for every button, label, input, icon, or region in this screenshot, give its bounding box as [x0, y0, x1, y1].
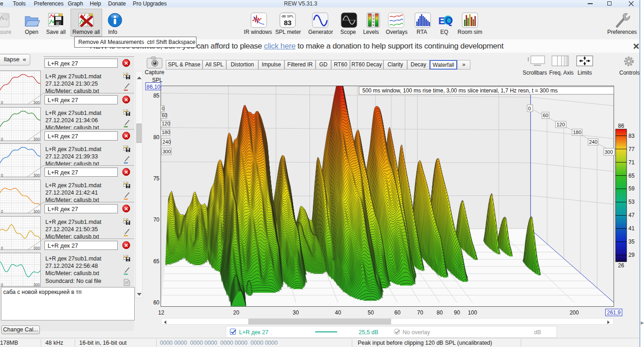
svg-text:0: 0 — [1, 173, 3, 177]
svg-text:70: 70 — [417, 309, 424, 316]
svg-text:86: 86 — [618, 123, 624, 129]
svg-text:85: 85 — [153, 92, 160, 99]
svg-text:240: 240 — [163, 139, 171, 145]
svg-text:100: 100 — [468, 309, 477, 316]
svg-text:dB SPL: dB SPL — [281, 14, 294, 18]
svg-text:60: 60 — [162, 113, 167, 118]
svg-text:0: 0 — [1, 137, 3, 141]
svg-text:120: 120 — [162, 121, 170, 126]
svg-text:240: 240 — [589, 139, 597, 145]
svg-text:300: 300 — [33, 282, 40, 287]
svg-text:Q: Q — [445, 15, 453, 26]
svg-text:65: 65 — [628, 173, 635, 179]
svg-text:0: 0 — [1, 282, 3, 287]
svg-text:47: 47 — [628, 212, 635, 218]
svg-text:120: 120 — [557, 122, 565, 127]
svg-text:12: 12 — [158, 309, 164, 316]
svg-text:500 ms window, 100 ms rise tim: 500 ms window, 100 ms rise time, 3,00 ms… — [362, 87, 558, 94]
svg-text:180: 180 — [573, 130, 581, 135]
svg-text:86,10: 86,10 — [147, 84, 160, 90]
svg-text:29: 29 — [628, 252, 635, 258]
svg-text:200: 200 — [570, 309, 579, 316]
svg-text:0: 0 — [162, 106, 164, 111]
svg-text:26: 26 — [618, 262, 624, 269]
svg-text:50: 50 — [368, 309, 374, 316]
svg-text:83: 83 — [284, 19, 292, 27]
svg-text:SPL: SPL — [152, 77, 163, 83]
svg-text:0: 0 — [1, 246, 3, 250]
svg-text:0: 0 — [1, 209, 3, 213]
svg-text:77: 77 — [628, 146, 635, 152]
svg-text:35: 35 — [628, 239, 635, 245]
svg-text:80: 80 — [153, 134, 160, 141]
svg-text:65: 65 — [153, 258, 160, 265]
svg-text:60: 60 — [153, 299, 160, 306]
svg-text:0: 0 — [1, 100, 3, 104]
svg-text:53: 53 — [628, 199, 635, 205]
svg-text:60: 60 — [394, 309, 401, 316]
svg-text:20: 20 — [233, 309, 240, 316]
svg-text:300: 300 — [605, 149, 613, 155]
svg-text:90: 90 — [454, 309, 460, 316]
svg-text:59: 59 — [628, 185, 635, 192]
svg-text:70: 70 — [153, 217, 160, 223]
svg-text:40: 40 — [335, 309, 341, 316]
svg-text:80: 80 — [437, 309, 443, 316]
svg-text:75: 75 — [153, 175, 160, 182]
svg-text:0: 0 — [528, 106, 531, 111]
svg-text:41: 41 — [628, 225, 635, 232]
svg-text:261,9: 261,9 — [607, 309, 621, 316]
svg-text:83: 83 — [628, 133, 635, 139]
svg-text:300: 300 — [163, 149, 171, 154]
svg-text:180: 180 — [162, 130, 170, 135]
svg-text:30: 30 — [293, 309, 299, 316]
svg-text:71: 71 — [628, 159, 635, 166]
svg-text:60: 60 — [543, 113, 548, 118]
